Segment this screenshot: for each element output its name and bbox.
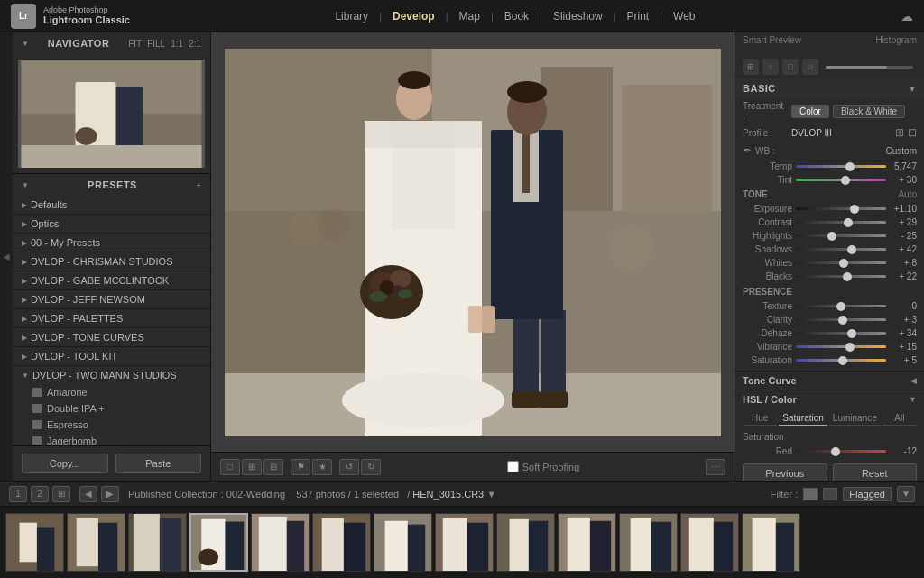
flag-btn[interactable]: ⚑ <box>291 459 310 475</box>
temp-thumb[interactable] <box>845 162 855 171</box>
paste-button[interactable]: Paste <box>116 454 202 473</box>
presets-add-btn[interactable]: + <box>196 180 201 190</box>
highlights-slider[interactable] <box>796 234 886 237</box>
whites-slider[interactable] <box>796 261 886 264</box>
navigator-preview[interactable] <box>18 60 205 168</box>
clarity-thumb[interactable] <box>838 316 847 325</box>
clarity-slider[interactable] <box>796 318 886 321</box>
treatment-color-btn[interactable]: Color <box>791 105 829 118</box>
film-thumb-6[interactable] <box>312 513 371 572</box>
preset-item-espresso[interactable]: Espresso <box>13 417 210 433</box>
saturation-slider[interactable] <box>796 359 886 362</box>
tool-opacity-slider[interactable] <box>826 66 913 69</box>
eyedropper-icon[interactable]: ✒ <box>743 144 752 157</box>
nav-fill[interactable]: FILL <box>147 39 165 49</box>
profile-expand-icon[interactable]: ⊡ <box>908 126 917 139</box>
nav-1-1[interactable]: 1:1 <box>171 39 183 49</box>
reset-button[interactable]: Reset <box>833 463 918 481</box>
exposure-thumb[interactable] <box>850 205 859 214</box>
texture-thumb[interactable] <box>836 302 845 311</box>
exposure-slider[interactable] <box>796 207 886 210</box>
photo-container[interactable] <box>225 49 721 436</box>
film-thumb-2[interactable] <box>67 513 125 572</box>
dehaze-thumb[interactable] <box>847 329 856 338</box>
compare-view-btn[interactable]: ⊞ <box>242 459 262 475</box>
hsl-color-section[interactable]: HSL / Color ▼ <box>735 390 924 408</box>
shadows-slider[interactable] <box>796 248 886 251</box>
contrast-thumb[interactable] <box>844 218 853 227</box>
film-thumb-5[interactable] <box>251 513 310 572</box>
film-thumb-11[interactable] <box>619 513 678 572</box>
shadows-thumb[interactable] <box>847 245 856 254</box>
whites-thumb[interactable] <box>839 259 848 268</box>
hsl-tab-all[interactable]: All <box>882 411 917 426</box>
temp-slider[interactable] <box>796 165 886 168</box>
nav-left-btn[interactable]: ◀ <box>79 486 97 502</box>
tint-slider[interactable] <box>796 179 886 181</box>
nav-map[interactable]: Map <box>450 6 489 26</box>
nav-right-btn[interactable]: ▶ <box>101 486 119 502</box>
film-thumb-9[interactable] <box>496 513 555 572</box>
tone-curve-section[interactable]: Tone Curve ◀ <box>735 371 924 390</box>
nav-library[interactable]: Library <box>326 6 377 26</box>
nav-print[interactable]: Print <box>618 6 659 26</box>
contrast-slider[interactable] <box>796 221 886 224</box>
saturation-thumb[interactable] <box>838 356 847 365</box>
preset-group-tonecurves-header[interactable]: ▶ DVLOP - TONE CURVES <box>13 328 210 346</box>
preset-group-palettes-header[interactable]: ▶ DVLOP - PALETTES <box>13 309 210 327</box>
cloud-icon[interactable]: ☁ <box>901 9 913 23</box>
film-thumb-3[interactable] <box>128 513 187 572</box>
preset-group-defaults-header[interactable]: ▶ Defaults <box>13 196 210 214</box>
red-sat-thumb[interactable] <box>831 447 840 456</box>
preset-group-jeff-header[interactable]: ▶ DVLOP - JEFF NEWSOM <box>13 290 210 308</box>
basic-section-header[interactable]: Basic ▼ <box>735 78 924 98</box>
filter-flag2-btn[interactable] <box>823 488 837 500</box>
loupe-view-btn[interactable]: □ <box>220 459 240 475</box>
nav-book[interactable]: Book <box>495 6 538 26</box>
presets-header[interactable]: ▼ Presets + <box>13 174 210 196</box>
profile-grid-icon[interactable]: ⊞ <box>895 126 904 139</box>
red-sat-slider[interactable] <box>796 450 886 453</box>
survey-view-btn[interactable]: ⊟ <box>263 459 283 475</box>
preset-group-toolkit-header[interactable]: ▶ DVLOP - TOOL KIT <box>13 347 210 365</box>
preset-group-twomann-header[interactable]: ▼ DVLOP - TWO MANN STUDIOS <box>13 366 210 384</box>
square-icon[interactable]: □ <box>782 59 799 75</box>
rotate-cw-btn[interactable]: ↻ <box>361 459 381 475</box>
circle-icon[interactable]: ○ <box>762 59 779 75</box>
grid-view-btn[interactable]: ⊞ <box>52 486 70 502</box>
film-thumb-1[interactable] <box>5 513 64 572</box>
navigator-header[interactable]: ▼ Navigator FIT FILL 1:1 2:1 <box>13 32 210 54</box>
tone-auto-btn[interactable]: Auto <box>898 189 917 199</box>
left-panel-toggle[interactable]: ◀ <box>0 32 13 481</box>
flagged-label[interactable]: Flagged <box>843 487 892 501</box>
single-view-btn[interactable]: 1 <box>9 486 27 502</box>
dehaze-slider[interactable] <box>796 332 886 335</box>
film-thumb-selected[interactable] <box>189 513 248 572</box>
film-thumb-7[interactable] <box>374 513 432 572</box>
preset-group-chrisman-header[interactable]: ▶ DVLOP - CHRISMAN STUDIOS <box>13 252 210 271</box>
copy-button[interactable]: Copy... <box>22 454 108 473</box>
nav-web[interactable]: Web <box>664 6 704 26</box>
preset-item-doubleipa[interactable]: Double IPA + <box>13 400 210 417</box>
preset-group-optics-header[interactable]: ▶ Optics <box>13 215 210 233</box>
film-thumb-13[interactable] <box>742 513 800 572</box>
filter-flag-btn[interactable] <box>803 488 818 500</box>
nav-2-1[interactable]: 2:1 <box>189 39 201 49</box>
preset-item-jagerbomb[interactable]: Jagerbomb <box>13 433 210 445</box>
compare-view-btn[interactable]: 2 <box>31 486 49 502</box>
previous-button[interactable]: Previous <box>743 463 827 481</box>
film-thumb-12[interactable] <box>680 513 739 572</box>
film-thumb-8[interactable] <box>435 513 494 572</box>
preset-group-gabe-header[interactable]: ▶ DVLOP - GABE MCCLINTOCK <box>13 271 210 289</box>
filename-dropdown-icon[interactable]: ▼ <box>486 489 496 500</box>
preset-group-mypresets-header[interactable]: ▶ 00 - My Presets <box>13 234 210 252</box>
nav-develop[interactable]: Develop <box>383 6 444 26</box>
filter-dropdown-btn[interactable]: ▼ <box>897 486 915 502</box>
hsl-tab-saturation[interactable]: Saturation <box>779 411 827 426</box>
treatment-bw-btn[interactable]: Black & White <box>833 105 905 118</box>
hsl-tab-hue[interactable]: Hue <box>743 411 777 426</box>
vibrance-slider[interactable] <box>796 345 886 348</box>
nav-fit[interactable]: FIT <box>128 39 142 49</box>
hsl-tab-luminance[interactable]: Luminance <box>829 411 881 426</box>
blacks-slider[interactable] <box>796 275 886 278</box>
